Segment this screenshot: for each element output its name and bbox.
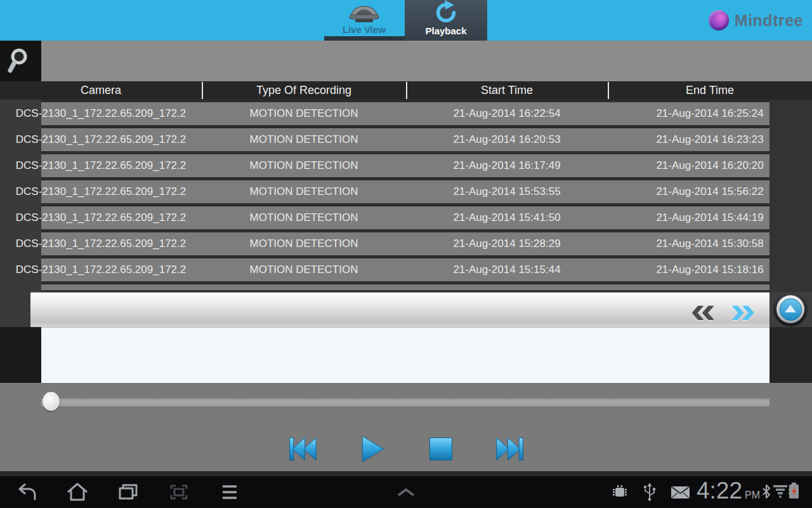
screenshot-button[interactable]: [166, 481, 192, 503]
screenshot-icon: [166, 481, 192, 503]
android-debug-icon: [611, 484, 629, 500]
top-bar: Live View Playback Mindtree: [0, 0, 812, 41]
cell-start: 21-Aug-2014 16:17:49: [406, 154, 608, 177]
triangle-up-icon: [785, 305, 796, 312]
clock: 4:22 PM: [697, 478, 760, 504]
filter-bar: Choose Date Choose Time Cameras Choose R…: [0, 41, 812, 81]
pager-left-block: [0, 292, 30, 327]
skip-back-button[interactable]: [288, 434, 317, 464]
tab-live-view[interactable]: Live View: [324, 0, 405, 41]
cell-end: 21-Aug-2014 16:25:24: [608, 102, 812, 125]
tab-playback[interactable]: Playback: [405, 0, 487, 41]
dome-camera-icon: [346, 0, 383, 25]
header-divider: [406, 82, 407, 99]
table-row[interactable]: DCS-2130_1_172.22.65.209_172.2 MOTION DE…: [0, 206, 812, 229]
cell-start: 21-Aug-2014 16:22:54: [406, 102, 608, 125]
cell-camera: DCS-2130_1_172.22.65.209_172.2: [0, 128, 202, 151]
cell-type: MOTION DETECTION: [202, 206, 406, 229]
skip-forward-button[interactable]: [495, 434, 525, 464]
content-stage: Camera Type Of Recording Start Time End …: [0, 81, 812, 476]
cell-camera: DCS-2130_1_172.22.65.209_172.2: [0, 206, 202, 229]
media-bottom-divider: [0, 471, 812, 476]
table-row[interactable]: DCS-2130_1_172.22.65.209_172.2 MOTION DE…: [0, 180, 812, 203]
clock-time: 4:22: [697, 478, 742, 504]
video-panel: [41, 327, 769, 383]
play-icon: [357, 434, 386, 464]
table-header: Camera Type Of Recording Start Time End …: [0, 81, 812, 100]
cell-start: 21-Aug-2014 16:20:53: [406, 128, 608, 151]
page-previous-button[interactable]: «: [690, 294, 716, 326]
stop-button[interactable]: [426, 434, 455, 464]
cell-start: 21-Aug-2014 15:41:50: [406, 206, 608, 229]
battery-icon: [788, 482, 800, 500]
live-tab-underline: [324, 36, 405, 41]
back-button[interactable]: [14, 481, 39, 503]
cell-type: MOTION DETECTION: [202, 180, 406, 203]
column-header-type: Type Of Recording: [202, 81, 406, 100]
cell-camera: DCS-2130_1_172.22.65.209_172.2: [0, 258, 202, 281]
cell-type: MOTION DETECTION: [202, 154, 406, 177]
play-button[interactable]: [357, 434, 386, 464]
seek-slider-track[interactable]: [41, 398, 769, 406]
scroll-up-button[interactable]: [773, 292, 808, 326]
cell-end: 21-Aug-2014 15:44:19: [608, 206, 812, 229]
menu-icon: [217, 481, 242, 503]
cell-camera: DCS-2130_1_172.22.65.209_172.2: [0, 232, 202, 255]
table-row[interactable]: DCS-2130_1_172.22.65.209_172.2 MOTION DE…: [0, 128, 812, 151]
cell-type: MOTION DETECTION: [202, 232, 406, 255]
email-icon: [671, 486, 690, 499]
column-header-start: Start Time: [406, 81, 608, 100]
pager-bar: « »: [0, 292, 769, 327]
cell-end: 21-Aug-2014 16:20:20: [608, 154, 812, 177]
table-row[interactable]: DCS-2130_1_172.22.65.209_172.2 MOTION DE…: [0, 102, 812, 125]
playback-controls: [0, 430, 812, 468]
menu-button[interactable]: [217, 481, 242, 503]
refresh-arrow-icon: [433, 0, 459, 25]
page-next-button[interactable]: »: [730, 294, 756, 326]
table-row[interactable]: DCS-2130_1_172.22.65.209_172.2 MOTION DE…: [0, 232, 812, 255]
search-icon: [6, 46, 36, 76]
column-header-camera: Camera: [0, 81, 202, 100]
cell-start: 21-Aug-2014 15:15:44: [406, 258, 608, 281]
cell-end: 21-Aug-2014 15:30:58: [608, 232, 812, 255]
tab-playback-label: Playback: [425, 25, 466, 36]
skip-forward-icon: [495, 434, 525, 464]
cell-start: 21-Aug-2014 15:53:55: [406, 180, 608, 203]
skip-back-icon: [288, 434, 317, 464]
usb-icon: [643, 483, 657, 502]
table-row[interactable]: DCS-2130_1_172.22.65.209_172.2 MOTION DE…: [0, 154, 812, 177]
cell-type: MOTION DETECTION: [202, 102, 406, 125]
cell-end: 21-Aug-2014 15:18:16: [608, 258, 812, 281]
tab-live-view-label: Live View: [343, 24, 386, 35]
cell-camera: DCS-2130_1_172.22.65.209_172.2: [0, 102, 202, 125]
bluetooth-icon: [761, 483, 771, 500]
home-button[interactable]: [65, 481, 90, 503]
chevron-up-icon: [393, 481, 419, 503]
back-icon: [14, 481, 39, 503]
cell-end: 21-Aug-2014 16:23:23: [608, 128, 812, 151]
android-navbar: 4:22 PM: [0, 476, 812, 508]
clock-meridiem: PM: [745, 490, 760, 501]
partial-next-row: [41, 284, 769, 290]
mindtree-logo-icon: [709, 10, 729, 30]
brand-name: Mindtree: [735, 11, 803, 30]
cell-camera: DCS-2130_1_172.22.65.209_172.2: [0, 180, 202, 203]
stop-icon: [426, 434, 455, 464]
playback-screen: Live View Playback Mindtree Choose Date: [0, 0, 812, 508]
cell-start: 21-Aug-2014 15:28:29: [406, 232, 608, 255]
table-row[interactable]: DCS-2130_1_172.22.65.209_172.2 MOTION DE…: [0, 258, 812, 281]
media-controls-panel: [0, 383, 812, 476]
cell-camera: DCS-2130_1_172.22.65.209_172.2: [0, 154, 202, 177]
statusbar-expand-button[interactable]: [393, 481, 419, 503]
header-divider: [608, 82, 609, 99]
recent-apps-icon: [115, 481, 141, 503]
recent-apps-button[interactable]: [115, 481, 141, 503]
seek-slider-thumb[interactable]: [43, 392, 60, 411]
header-divider: [202, 82, 203, 99]
home-icon: [65, 481, 90, 503]
brand: Mindtree: [709, 0, 803, 41]
cell-type: MOTION DETECTION: [202, 258, 406, 281]
cell-end: 21-Aug-2014 15:56:22: [608, 180, 812, 203]
search-button[interactable]: [0, 41, 41, 81]
cell-type: MOTION DETECTION: [202, 128, 406, 151]
